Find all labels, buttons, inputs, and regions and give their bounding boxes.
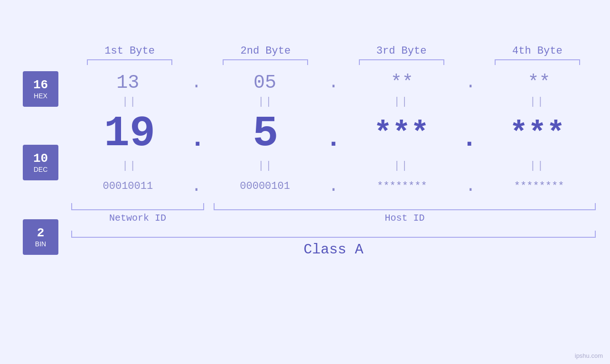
dec-val-b3: *** — [343, 119, 460, 149]
bin-val-b3: ******** — [346, 180, 459, 192]
bin-val-b1: 00010011 — [71, 180, 185, 192]
bracket-b2 — [223, 59, 308, 65]
bin-base-number: 2 — [37, 227, 45, 239]
hex-base-label: 16 HEX — [23, 71, 58, 107]
dec-row: 19 . 5 . *** . *** — [71, 112, 596, 155]
byte3-header: 3rd Byte — [343, 45, 460, 57]
bracket-b1 — [87, 59, 172, 65]
dec-val-b4: *** — [479, 119, 596, 149]
bin-base-label: 2 BIN — [23, 219, 58, 255]
bottom-id-brackets — [71, 203, 596, 210]
dec-base-name: DEC — [34, 166, 48, 173]
class-label: Class A — [71, 242, 596, 258]
bracket-b4 — [495, 59, 580, 65]
sep-hex-1: . — [187, 73, 206, 93]
byte1-header: 1st Byte — [71, 45, 188, 57]
dec-base-label: 10 DEC — [23, 145, 58, 180]
dec-base-number: 10 — [33, 152, 48, 165]
sep-dec-2: . — [324, 124, 343, 154]
hex-val-b2: 05 — [208, 72, 322, 93]
class-bracket — [71, 231, 596, 238]
byte-headers: 1st Byte 2nd Byte 3rd Byte 4th Byte — [71, 45, 596, 57]
network-bracket — [71, 203, 204, 210]
host-bracket — [214, 203, 596, 210]
byte4-header: 4th Byte — [479, 45, 596, 57]
bin-base-name: BIN — [35, 240, 46, 248]
network-id-label: Network ID — [71, 213, 204, 224]
bracket-b3 — [359, 59, 444, 65]
hex-row: 13 . 05 . ** . ** — [71, 72, 596, 93]
eq1-b1: || — [71, 96, 188, 108]
bin-val-b2: 00000101 — [208, 180, 322, 192]
eq1-b3: || — [343, 96, 460, 108]
eq1-b4: || — [479, 96, 596, 108]
sep-dec-1: . — [188, 124, 207, 154]
hex-val-b3: ** — [346, 72, 459, 93]
hex-val-b1: 13 — [71, 72, 185, 93]
bin-row: 00010011 . 00000101 . ******** . *******… — [71, 177, 596, 196]
hex-base-number: 16 — [33, 79, 48, 91]
eq2-b1: || — [71, 160, 188, 172]
equal-row-2: || || || || — [71, 160, 596, 172]
watermark: ipshu.com — [575, 352, 603, 359]
hex-base-name: HEX — [34, 92, 47, 100]
bin-val-b4: ******** — [482, 180, 596, 192]
dec-val-b2: 5 — [207, 112, 324, 155]
eq2-b3: || — [343, 160, 460, 172]
id-label-row: Network ID Host ID — [71, 213, 596, 224]
dec-val-b1: 19 — [71, 112, 188, 155]
sep-bin-1: . — [187, 177, 206, 196]
sep-hex-2: . — [324, 73, 343, 93]
top-brackets — [71, 59, 596, 65]
sep-hex-3: . — [461, 73, 480, 93]
host-id-label: Host ID — [214, 213, 596, 224]
eq2-b2: || — [207, 160, 324, 172]
hex-val-b4: ** — [482, 72, 596, 93]
sep-bin-2: . — [324, 177, 343, 196]
sep-dec-3: . — [460, 124, 479, 154]
eq1-b2: || — [207, 96, 324, 108]
byte2-header: 2nd Byte — [207, 45, 324, 57]
equal-row-1: || || || || — [71, 96, 596, 108]
content-area: 1st Byte 2nd Byte 3rd Byte 4th Byte 13 .… — [71, 45, 596, 364]
sep-bin-3: . — [461, 177, 480, 196]
eq2-b4: || — [479, 160, 596, 172]
